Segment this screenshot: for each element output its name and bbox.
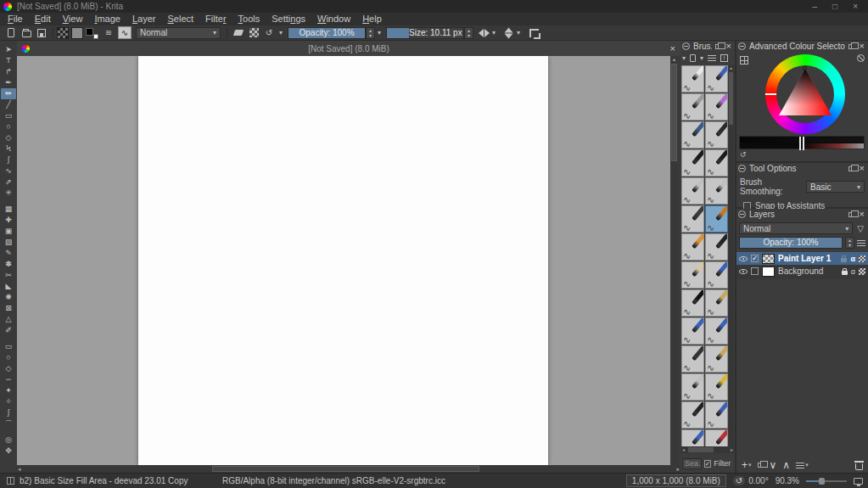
polyline-tool[interactable]: Ϟ <box>1 143 16 154</box>
move-tool[interactable]: ✚ <box>1 215 16 226</box>
scroll-right-icon[interactable]: ▸ <box>731 446 733 453</box>
pan-tool[interactable]: ✥ <box>1 446 16 457</box>
choose-brush-preset-button[interactable]: ∿ <box>118 26 132 39</box>
eraser-mode-button[interactable] <box>232 27 244 39</box>
subwindow-close-button[interactable]: × <box>670 43 675 53</box>
preset-dropdown-arrow[interactable]: ▾ <box>682 54 686 62</box>
layer-opacity-spinner[interactable]: ▴▾ <box>845 237 854 249</box>
move-layer-up-button[interactable]: ∧ <box>782 459 790 471</box>
polygon-tool[interactable]: ◇ <box>1 132 16 143</box>
opacity-dropdown-arrow[interactable]: ▾ <box>375 29 384 36</box>
text-tool[interactable]: T <box>1 55 16 66</box>
brush-preset-tile[interactable]: ∿ <box>681 373 704 401</box>
brush-preset-tile[interactable]: ∿ <box>681 233 704 261</box>
brush-preset-tile[interactable]: ∿ <box>681 317 704 345</box>
freehand-brush-tool[interactable]: ✏ <box>1 88 16 99</box>
gamut-mask-off-icon[interactable] <box>857 54 865 62</box>
brush-preset-tile[interactable]: ∿ <box>705 261 728 289</box>
brush-preset-tile[interactable]: ∿ <box>681 121 704 149</box>
save-button[interactable] <box>36 27 48 39</box>
color-sampler-tool[interactable]: ✎ <box>1 248 16 259</box>
brush-preset-tile[interactable]: ∿ <box>705 65 728 93</box>
tool-options-header[interactable]: Tool Options × <box>736 163 868 174</box>
opacity-spinner[interactable]: ▴▾ <box>366 27 375 39</box>
layer-row[interactable]: ✓ Paint Layer 1 α <box>736 252 868 265</box>
brush-preset-tile[interactable]: ∿ <box>681 345 704 373</box>
lock-icon[interactable] <box>841 258 847 262</box>
reload-dropdown-arrow[interactable]: ▾ <box>277 29 285 36</box>
similar-color-selection-tool[interactable]: ✧ <box>1 396 16 407</box>
layer-checkbox[interactable]: ✓ <box>751 255 759 262</box>
menu-layer[interactable]: Layer <box>126 13 162 25</box>
ellipse-tool[interactable]: ○ <box>1 121 16 132</box>
layer-visibility-icon[interactable] <box>739 256 748 261</box>
layer-properties-button[interactable]: ▾ <box>796 462 809 468</box>
menu-filter[interactable]: Filter <box>199 13 232 25</box>
open-document-button[interactable] <box>20 27 32 39</box>
transform-select-tool[interactable]: ➤ <box>1 44 16 55</box>
gradient-chooser-button[interactable] <box>57 27 69 39</box>
fit-to-screen-icon[interactable] <box>854 478 863 485</box>
preset-search-input[interactable]: Sea... <box>682 458 702 469</box>
mirror-vertical-dropdown-arrow[interactable]: ▾ <box>514 29 523 36</box>
rotation-reset-icon[interactable]: ↺ <box>733 476 745 485</box>
brush-preset-tile[interactable]: ∿ <box>681 177 704 205</box>
canvas-viewport[interactable] <box>17 56 670 465</box>
brush-preset-tile[interactable]: ∿ <box>681 205 704 233</box>
preset-vertical-scrollbar[interactable]: ▴ <box>728 65 734 452</box>
freehand-selection-tool[interactable]: ∽ <box>1 374 16 385</box>
filter-checkbox[interactable]: ✓ <box>704 460 712 468</box>
pattern-chooser-button[interactable] <box>71 27 83 39</box>
menu-window[interactable]: Window <box>311 13 356 25</box>
subwindow-titlebar[interactable]: [Not Saved] (8.0 MiB) × <box>17 41 680 56</box>
blending-mode-dropdown[interactable]: Normal ▾ <box>136 27 221 39</box>
magnetic-selection-tool[interactable]: ⌒ <box>1 418 16 429</box>
preset-details-icon[interactable]: ! <box>720 54 728 62</box>
enclose-fill-tool[interactable]: ✺ <box>1 292 16 303</box>
line-tool[interactable]: ╱ <box>1 99 16 110</box>
menu-select[interactable]: Select <box>162 13 200 25</box>
edit-brush-settings-button[interactable]: ≋ <box>103 27 115 39</box>
elliptical-selection-tool[interactable]: ○ <box>1 352 16 363</box>
alpha-icon[interactable]: α <box>851 267 855 276</box>
brush-preset-tile[interactable]: ∿ <box>681 93 704 121</box>
scroll-up-icon[interactable]: ▴ <box>728 65 734 71</box>
mirror-vertical-button[interactable] <box>505 27 513 38</box>
layer-visibility-icon[interactable] <box>739 269 748 274</box>
alpha-icon[interactable]: α <box>850 255 855 263</box>
preset-scrollbar-thumb[interactable] <box>729 72 733 125</box>
new-document-button[interactable] <box>5 27 17 39</box>
statusbar-rotation-angle[interactable]: 0.00° <box>748 476 768 485</box>
zoom-slider[interactable] <box>806 480 847 482</box>
menu-tools[interactable]: Tools <box>232 13 266 25</box>
horizontal-scrollbar-thumb[interactable] <box>212 466 479 472</box>
add-layer-button[interactable]: +▾ <box>742 459 752 471</box>
tag-dropdown-arrow[interactable]: ▾ <box>700 54 703 62</box>
brush-smoothing-dropdown[interactable]: Basic ▾ <box>806 181 865 193</box>
duplicate-layer-button[interactable] <box>758 463 764 468</box>
menu-image[interactable]: Image <box>88 13 126 25</box>
menu-help[interactable]: Help <box>356 13 388 25</box>
gradient-tool[interactable]: ▨ <box>1 237 16 248</box>
brush-preset-tile[interactable]: ∿ <box>681 65 704 93</box>
canvas-page[interactable] <box>138 56 548 465</box>
canvas-horizontal-scrollbar[interactable]: ◂ ▸ <box>17 465 680 473</box>
contiguous-selection-tool[interactable]: ✦ <box>1 385 16 396</box>
layer-opacity-slider[interactable]: Opacity: 100% <box>739 237 843 249</box>
foreground-background-color-button[interactable] <box>86 27 98 39</box>
brush-preset-tile[interactable]: ∿ <box>705 373 728 401</box>
calligraphy-tool[interactable]: ✒ <box>1 77 16 88</box>
menu-edit[interactable]: Edit <box>29 13 57 25</box>
mirror-horizontal-button[interactable] <box>479 29 490 37</box>
brush-preset-tile[interactable]: ∿ <box>705 317 728 345</box>
hue-ring[interactable] <box>765 54 845 134</box>
layers-header[interactable]: Layers × <box>736 209 868 220</box>
layer-options-icon[interactable] <box>857 240 865 246</box>
brush-preset-tile[interactable]: ∿ <box>705 401 728 429</box>
fill-tool[interactable]: ◣ <box>1 281 16 292</box>
brush-docker-header[interactable]: Brus... × <box>680 41 735 52</box>
rectangle-tool[interactable]: ▭ <box>1 110 16 121</box>
multibrush-tool[interactable]: ✳ <box>1 188 16 199</box>
shade-selector[interactable] <box>739 136 865 149</box>
tag-icon[interactable] <box>690 54 696 62</box>
